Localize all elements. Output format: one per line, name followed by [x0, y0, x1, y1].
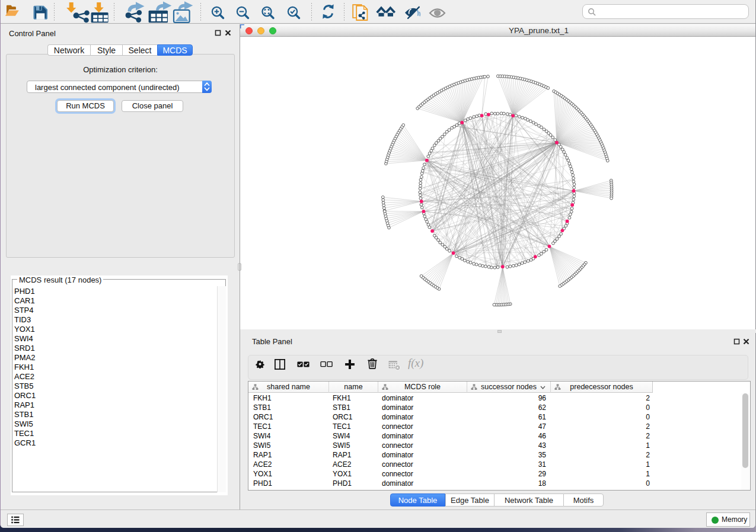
svg-text:f(x): f(x) [408, 357, 423, 370]
